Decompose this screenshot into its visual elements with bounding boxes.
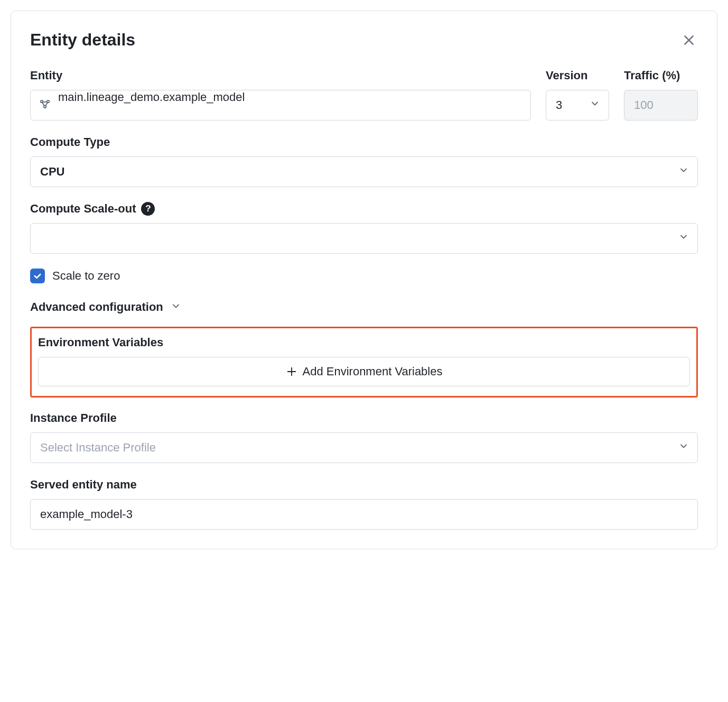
chevron-down-icon: [678, 165, 689, 179]
entity-label: Entity: [30, 69, 531, 82]
advanced-config-toggle[interactable]: Advanced configuration: [30, 300, 698, 314]
entity-details-panel: Entity details Entity: [11, 11, 717, 549]
svg-line-6: [42, 103, 44, 106]
panel-title: Entity details: [30, 30, 135, 50]
help-icon[interactable]: ?: [141, 202, 155, 216]
scale-to-zero-checkbox[interactable]: [30, 269, 45, 283]
entity-field[interactable]: main.lineage_demo.example_model: [30, 90, 531, 121]
compute-scaleout-section: Compute Scale-out ?: [30, 202, 698, 254]
chevron-down-icon: [678, 232, 689, 245]
served-entity-section: Served entity name: [30, 478, 698, 530]
entity-row: Entity main.lineage_demo.example_model V…: [30, 69, 698, 121]
check-icon: [33, 271, 42, 281]
env-vars-section: Environment Variables Add Environment Va…: [30, 327, 698, 398]
version-label: Version: [546, 69, 609, 82]
version-value: 3: [556, 98, 562, 112]
served-entity-label: Served entity name: [30, 478, 698, 492]
compute-type-select[interactable]: CPU: [30, 156, 698, 187]
traffic-label: Traffic (%): [624, 69, 698, 82]
scale-to-zero-label: Scale to zero: [52, 269, 120, 283]
chevron-down-icon: [171, 301, 181, 313]
env-vars-label: Environment Variables: [38, 336, 690, 349]
chevron-down-icon: [678, 441, 689, 455]
served-entity-input[interactable]: [30, 499, 698, 530]
compute-type-section: Compute Type CPU: [30, 135, 698, 187]
traffic-field: 100: [624, 90, 698, 121]
model-icon: [39, 98, 51, 113]
instance-profile-label: Instance Profile: [30, 411, 698, 425]
compute-type-label: Compute Type: [30, 135, 698, 149]
version-column: Version 3: [546, 69, 609, 121]
compute-type-value: CPU: [40, 165, 64, 179]
svg-point-3: [47, 100, 49, 103]
svg-point-4: [44, 106, 46, 108]
instance-profile-placeholder: Select Instance Profile: [40, 441, 156, 455]
entity-column: Entity main.lineage_demo.example_model: [30, 69, 531, 121]
advanced-config-label: Advanced configuration: [30, 300, 163, 314]
entity-input-wrap: main.lineage_demo.example_model: [30, 90, 531, 121]
add-env-vars-button[interactable]: Add Environment Variables: [38, 357, 690, 386]
panel-header: Entity details: [30, 30, 698, 50]
svg-point-2: [41, 100, 43, 103]
close-icon: [682, 33, 696, 47]
compute-scaleout-label: Compute Scale-out: [30, 202, 136, 216]
plus-icon: [286, 366, 297, 377]
instance-profile-select[interactable]: Select Instance Profile: [30, 432, 698, 463]
chevron-down-icon: [590, 98, 600, 112]
scale-to-zero-row: Scale to zero: [30, 269, 698, 283]
version-select[interactable]: 3: [546, 90, 609, 121]
svg-line-7: [45, 103, 48, 106]
add-env-vars-label: Add Environment Variables: [303, 365, 443, 378]
close-button[interactable]: [680, 31, 698, 49]
compute-scaleout-select[interactable]: [30, 223, 698, 254]
instance-profile-section: Instance Profile Select Instance Profile: [30, 411, 698, 463]
traffic-column: Traffic (%) 100: [624, 69, 698, 121]
